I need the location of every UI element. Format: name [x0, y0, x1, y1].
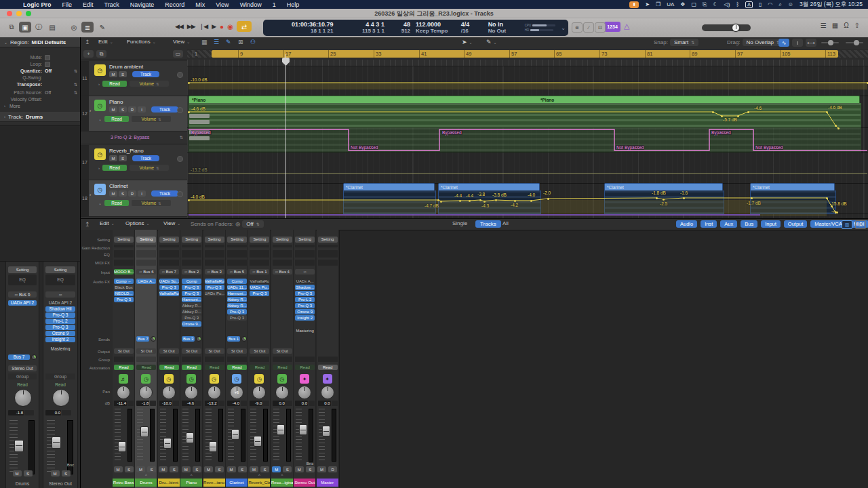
eq-thumbnail[interactable]: EQ	[45, 274, 75, 285]
input-slot[interactable]: ∞ Bus 2	[182, 269, 201, 274]
automation-mode-button[interactable]: Read	[159, 365, 179, 370]
audio-fx-slot-pro-l-2[interactable]: Pro-L 2	[295, 297, 315, 302]
mute-button[interactable]: M	[204, 466, 213, 472]
automation-point-clarinet[interactable]	[663, 199, 665, 201]
menu-bar-clock[interactable]: 3월 26일 (목) 오후 10:25	[800, 0, 863, 9]
clarinet-region-body-1[interactable]	[438, 190, 541, 214]
track-r-button[interactable]: R	[128, 190, 136, 197]
audio-fx-slot-uadx-so[interactable]: UADx So...	[159, 279, 179, 284]
search-status-icon[interactable]: ⌕	[778, 0, 781, 9]
mixer-mode-all[interactable]: All	[502, 220, 509, 226]
volume-fader[interactable]	[209, 441, 217, 452]
channel-setting-button[interactable]: Setting	[227, 237, 247, 243]
mute-button[interactable]: M	[295, 466, 304, 472]
automation-point-piano[interactable]	[721, 115, 723, 117]
lcd-cell-5[interactable]: No InNo Out	[486, 20, 522, 36]
wide-channel-strip-icon[interactable]: ⊞	[855, 220, 866, 229]
menu-item-1[interactable]: 1	[267, 1, 281, 8]
channel-name[interactable]: Master	[317, 479, 338, 487]
midi-fx-slot[interactable]	[227, 260, 247, 266]
pan-knob[interactable]	[208, 386, 221, 399]
midi-fx-slot[interactable]	[159, 260, 179, 266]
input-slot[interactable]: ∞ Bus 7	[159, 269, 179, 274]
group-slot[interactable]	[205, 357, 224, 362]
bookmark-status-icon[interactable]: ❐	[656, 0, 660, 9]
midi-fx-slot[interactable]	[318, 260, 338, 266]
automation-mode-button[interactable]: Read	[102, 81, 127, 87]
quick-help-toggle-icon[interactable]: ⓘ	[33, 22, 45, 33]
pan-knob[interactable]	[321, 386, 334, 399]
duplicate-track-button[interactable]: ⧉	[96, 50, 106, 58]
track-stacks-icon[interactable]: ⚇	[250, 39, 256, 45]
command-click-tool-menu[interactable]: ✎⌄	[486, 39, 497, 45]
track-name[interactable]: Drum ambient	[109, 64, 143, 70]
bluetooth-status-icon[interactable]: ᛒ	[736, 0, 739, 9]
input-slot[interactable]: ∞ Bus 5	[227, 269, 247, 274]
field-value[interactable]: Off	[45, 68, 52, 73]
track-s-button[interactable]: S	[119, 190, 127, 197]
audio-fx-slot-pro-q-3[interactable]: Pro-Q 3	[227, 309, 247, 314]
volume-db-value[interactable]: 0.0	[45, 410, 61, 415]
list-editors-icon[interactable]: ☰	[821, 22, 827, 29]
audio-fx-slot-pro-q-3[interactable]: Pro-Q 3	[45, 325, 75, 330]
send-slot[interactable]: Bus 7	[8, 354, 37, 360]
mixer-filter-aux[interactable]: Aux	[720, 220, 737, 228]
track-r-button[interactable]: R	[128, 106, 136, 113]
volume-fader[interactable]	[322, 426, 330, 436]
audio-fx-slot-valhallaro[interactable]: ValhallaRo	[250, 279, 269, 284]
mixer-filter-inst[interactable]: Inst	[701, 220, 717, 228]
clarinet-region-header-0[interactable]: *Clarinet	[343, 183, 435, 190]
channel-name[interactable]: Stereo Out	[43, 481, 77, 486]
group-slot[interactable]	[114, 357, 134, 362]
arrange-canvas[interactable]: *Piano*Piano*Clarinet*Clarinet*Clarinet*…	[187, 60, 868, 218]
capture-recording-button[interactable]: ◉	[227, 23, 233, 30]
audio-fx-slot-pro-q-3[interactable]: Pro-Q 3	[182, 315, 201, 321]
pan-knob[interactable]	[14, 389, 32, 407]
drag-control[interactable]: Drag: No Overlap⇅	[727, 39, 784, 46]
chevron-icon[interactable]: ›	[98, 82, 100, 86]
input-slot[interactable]: ∞ Bus 6	[8, 291, 37, 298]
tracks-functions-menu[interactable]: Functions⌄	[127, 39, 156, 45]
eq-thumbnail[interactable]	[159, 250, 179, 258]
channel-name[interactable]: Drums	[135, 479, 157, 487]
audio-fx-slot-valhallaro[interactable]: ValhallaRo	[205, 279, 224, 284]
input-monitor-dot[interactable]	[177, 72, 183, 78]
hierarchy-up-icon[interactable]: ↥	[85, 39, 90, 45]
automation-mode-button[interactable]: Read	[136, 365, 156, 370]
auto-zoom-button[interactable]: ⟷	[806, 39, 816, 47]
left-click-tool-menu[interactable]: ➤⌄	[462, 39, 473, 45]
automation-mode-button[interactable]: Read	[273, 365, 292, 370]
track-on-off-button[interactable]: Track	[151, 106, 178, 113]
app-status-icon[interactable]: ❖	[680, 0, 685, 9]
send-bus-label[interactable]: Bus 7	[136, 336, 149, 342]
channel-name[interactable]: Dru...bient	[158, 479, 180, 487]
eq-thumbnail[interactable]	[318, 250, 338, 258]
cycle-region[interactable]	[212, 50, 838, 58]
channel-name[interactable]: Drums	[6, 481, 39, 486]
automation-point-clarinet[interactable]	[188, 199, 190, 201]
output-slot[interactable]: Stereo Out	[8, 365, 37, 371]
pan-knob[interactable]	[275, 386, 289, 399]
mute-button[interactable]: M	[114, 466, 123, 472]
channel-setting-button[interactable]: Setting	[8, 266, 37, 273]
group-slot[interactable]	[318, 357, 338, 362]
audio-fx-slot-comp[interactable]: Comp ←	[114, 279, 134, 284]
channel-setting-button[interactable]: Setting	[159, 237, 179, 243]
mute-button[interactable]: M	[13, 470, 22, 476]
solo-button[interactable]: S	[215, 466, 224, 472]
input-slot[interactable]: ∞	[45, 291, 75, 298]
audio-fx-slot-abbey-r[interactable]: Abbey R...	[182, 309, 201, 314]
marquee-button[interactable]: I	[792, 39, 803, 47]
channel-setting-button[interactable]: Setting	[182, 237, 201, 243]
channel-name[interactable]: Retro Bass	[113, 479, 134, 487]
send-bus-label[interactable]: Bus 3	[182, 336, 195, 342]
lcd-cell-0[interactable]: 01:00:36:10.7918 1 1 21	[263, 20, 336, 36]
channel-name[interactable]: Reco...iginal	[271, 479, 293, 487]
field-checkbox[interactable]	[45, 62, 50, 67]
send-slot[interactable]: Bus 3	[182, 336, 201, 342]
eq-thumbnail[interactable]	[205, 250, 224, 258]
solo-button[interactable]: S	[147, 466, 156, 472]
audio-fx-slot-pro-q-3[interactable]: Pro-Q 3	[295, 303, 315, 308]
send-knob[interactable]	[196, 336, 201, 342]
input-slot[interactable]: ∞ Bus 3	[205, 269, 224, 274]
